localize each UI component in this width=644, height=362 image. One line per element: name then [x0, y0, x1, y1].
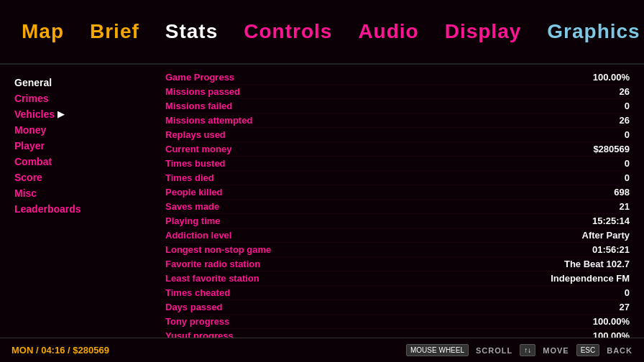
stat-label: Times busted	[165, 158, 226, 169]
stat-label: Days passed	[165, 302, 223, 312]
sidebar-item-score[interactable]: Score	[14, 170, 144, 185]
stat-value: 0	[625, 158, 630, 169]
table-row: Times busted0	[165, 157, 630, 171]
stat-label: Saves made	[165, 201, 219, 212]
stat-label: Addiction level	[165, 230, 231, 241]
stat-value: 0	[625, 101, 630, 111]
esc-key: ESC	[576, 344, 600, 356]
stat-label: Tony progress	[165, 316, 229, 327]
table-row: Current money$280569	[165, 142, 630, 157]
stat-label: Game Progress	[165, 72, 234, 83]
table-row: Favorite radio stationThe Beat 102.7	[165, 257, 630, 272]
table-row: Least favorite stationIndependence FM	[165, 272, 630, 286]
bottom-bar: MON / 04:16 / $280569 MOUSE WHEEL SCROLL…	[0, 338, 644, 362]
stat-label: Missions attempted	[165, 115, 252, 126]
sidebar-item-misc[interactable]: Misc	[14, 185, 144, 201]
arrow-icon: ▶	[58, 109, 64, 119]
stat-value: 26	[620, 86, 630, 97]
nav-stats[interactable]: Stats	[165, 20, 218, 43]
navigation: Map Brief Stats Controls Audio Display G…	[0, 0, 644, 65]
table-row: Yusuf progress100.00%	[165, 329, 630, 338]
stat-label: People killed	[165, 187, 222, 198]
stat-label: Longest non-stop game	[165, 244, 271, 255]
scroll-label: SCROLL	[476, 346, 512, 355]
move-key: ↑↓	[520, 344, 535, 356]
nav-graphics[interactable]: Graphics	[547, 20, 640, 43]
table-row: People killed698	[165, 185, 630, 200]
table-row: Times died0	[165, 171, 630, 185]
sidebar-item-vehicles[interactable]: Vehicles ▶	[14, 106, 144, 122]
stat-label: Yusuf progress	[165, 330, 234, 338]
stat-value: Independence FM	[551, 273, 630, 284]
sidebar-item-general[interactable]: General	[14, 75, 144, 90]
nav-brief[interactable]: Brief	[90, 20, 139, 43]
controls-hint: MOUSE WHEEL SCROLL ↑↓ MOVE ESC BACK	[406, 344, 632, 356]
sidebar-item-money[interactable]: Money	[14, 122, 144, 138]
stat-value: 0	[625, 129, 630, 140]
sidebar-item-crimes[interactable]: Crimes	[14, 90, 144, 106]
stat-value: 27	[620, 302, 630, 312]
content-area: General Crimes Vehicles ▶ Money Player C…	[0, 65, 644, 338]
table-row: Replays used0	[165, 128, 630, 142]
table-row: Missions attempted26	[165, 113, 630, 128]
stat-label: Missions failed	[165, 101, 232, 111]
move-label: MOVE	[543, 346, 569, 355]
table-row: Days passed27	[165, 300, 630, 315]
table-row: Tony progress100.00%	[165, 315, 630, 329]
nav-map[interactable]: Map	[22, 20, 64, 43]
stats-table: Game Progress100.00%Missions passed26Mis…	[158, 65, 644, 338]
table-row: Longest non-stop game01:56:21	[165, 243, 630, 257]
stat-value: 0	[625, 287, 630, 298]
stat-value: 15:25:14	[592, 215, 630, 226]
stat-value: 26	[620, 115, 630, 126]
stat-label: Times died	[165, 172, 214, 183]
back-label: BACK	[607, 346, 632, 355]
table-row: Playing time15:25:14	[165, 214, 630, 228]
stat-label: Least favorite station	[165, 273, 259, 284]
stat-value: 698	[614, 187, 630, 198]
table-row: Missions failed0	[165, 99, 630, 113]
stat-value: The Beat 102.7	[564, 259, 630, 269]
stat-label: Missions passed	[165, 86, 240, 97]
stat-label: Replays used	[165, 129, 226, 140]
stat-value: 100.00%	[593, 330, 630, 338]
stat-label: Current money	[165, 144, 231, 154]
mouse-wheel-key: MOUSE WHEEL	[406, 344, 469, 356]
stat-value: 0	[625, 172, 630, 183]
table-row: Missions passed26	[165, 85, 630, 99]
nav-audio[interactable]: Audio	[358, 20, 418, 43]
stat-value: 100.00%	[593, 72, 630, 83]
stat-value: 01:56:21	[592, 244, 630, 255]
table-row: Times cheated0	[165, 286, 630, 300]
sidebar-item-leaderboards[interactable]: Leaderboards	[14, 201, 144, 217]
table-row: Game Progress100.00%	[165, 70, 630, 85]
sidebar-item-player[interactable]: Player	[14, 138, 144, 154]
nav-controls[interactable]: Controls	[244, 20, 332, 43]
stat-value: 21	[620, 201, 630, 212]
stat-label: Playing time	[165, 215, 221, 226]
stat-value: After Party	[582, 230, 630, 241]
table-row: Saves made21	[165, 200, 630, 214]
hud-info: MON / 04:16 / $280569	[12, 345, 406, 356]
stat-value: 100.00%	[593, 316, 630, 327]
table-row: Addiction levelAfter Party	[165, 228, 630, 243]
stat-label: Favorite radio station	[165, 259, 260, 269]
sidebar-item-combat[interactable]: Combat	[14, 154, 144, 170]
stat-value: $280569	[593, 144, 630, 154]
nav-display[interactable]: Display	[445, 20, 522, 43]
stat-label: Times cheated	[165, 287, 230, 298]
sidebar: General Crimes Vehicles ▶ Money Player C…	[0, 65, 158, 338]
